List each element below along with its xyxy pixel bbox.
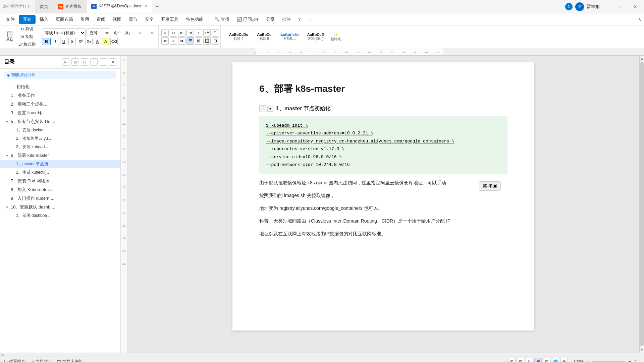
tab-add-btn[interactable]: +: [152, 0, 162, 13]
tab-close-btn[interactable]: ✕: [145, 4, 147, 8]
rewrite-check[interactable]: ☑ 改写检查: [4, 359, 25, 362]
pinyin-btn[interactable]: ≈: [146, 29, 157, 37]
sort-btn[interactable]: ↕A: [203, 29, 211, 37]
menu-security[interactable]: 安全: [142, 15, 157, 24]
superscript-btn[interactable]: X²: [77, 38, 84, 45]
toc-item-5-3[interactable]: 3、安装 kubead...: [0, 143, 120, 151]
font-size-decrease-btn[interactable]: A↓: [123, 29, 133, 37]
toc-item-5-1[interactable]: 1、安装 docker: [0, 126, 120, 134]
style-card-4[interactable]: AaBbCcDc 标题 4: [226, 32, 251, 42]
notification-badge[interactable]: 1: [565, 3, 573, 10]
align-right-btn[interactable]: ➡: [178, 37, 185, 45]
align-left-btn[interactable]: ⬅: [161, 37, 169, 45]
view-btn-3[interactable]: ✎: [526, 358, 533, 362]
horizontal-scrollbar[interactable]: [0, 353, 644, 357]
scroll-up-btn[interactable]: ▲: [640, 56, 644, 61]
list-btn[interactable]: ≡: [161, 29, 169, 37]
doc-area[interactable]: 6、部署 k8s-master 📄 ▾ 1、master 节点初始化 $ kub…: [127, 56, 639, 353]
border-btn[interactable]: ⊡: [212, 37, 219, 45]
toc-add-btn[interactable]: +: [90, 58, 98, 66]
menu-search[interactable]: 🔍 查找: [211, 15, 233, 24]
toc-item-10[interactable]: ▼ 10、安装默认 dashb ...: [0, 203, 120, 212]
smart-toc-btn[interactable]: ◈ 智能识别目录: [4, 71, 116, 79]
font-size-select[interactable]: 五号: [87, 28, 110, 37]
column-btn[interactable]: ⊞: [195, 37, 202, 45]
toc-collapse-btn[interactable]: ⊟: [81, 58, 88, 66]
tab-docx[interactable]: W K8S部署&DevOps.docx ✕: [87, 0, 152, 13]
menu-share[interactable]: 分享: [263, 15, 278, 24]
toc-item-9[interactable]: 9、入门操作 kubern ...: [0, 194, 120, 203]
font-more-btn[interactable]: ◇: [135, 29, 145, 37]
view-btn-2[interactable]: ⊟: [517, 358, 524, 362]
view-btn-5[interactable]: 🌐: [552, 358, 559, 362]
menu-sync[interactable]: 🔄 已同步▾: [233, 15, 262, 24]
style-card-5[interactable]: AaBbCc 标题 5: [253, 32, 276, 42]
maximize-btn[interactable]: □: [616, 2, 628, 11]
tab-home[interactable]: 首页: [35, 0, 53, 13]
menu-insert[interactable]: 插入: [36, 15, 52, 24]
toc-item-1[interactable]: 1、准备工作: [0, 91, 120, 100]
ime-popup[interactable]: 英·半▣: [479, 181, 501, 191]
toc-item-10-1[interactable]: 1、部署 dashboa ...: [0, 212, 120, 220]
toc-item-8[interactable]: 8、加入 Kubernetes ...: [0, 185, 120, 194]
zoom-slider[interactable]: [592, 361, 626, 362]
para-more-btn[interactable]: ¶: [212, 29, 219, 37]
shading-btn[interactable]: 🔲: [203, 37, 211, 45]
sidebar-close-btn[interactable]: ✕: [109, 58, 116, 66]
zoom-in-btn[interactable]: +: [628, 359, 632, 362]
view-btn-edit[interactable]: ▣: [534, 358, 542, 362]
toc-remove-btn[interactable]: −: [100, 58, 107, 66]
user-avatar[interactable]: 雷: [575, 2, 584, 11]
tab-wps-template[interactable]: W 稻壳模板: [53, 0, 87, 13]
hscroll-thumb[interactable]: [1, 354, 4, 356]
menu-chapter[interactable]: 章节: [125, 15, 141, 24]
toc-item-2[interactable]: 2、启动三个虚拟 ...: [0, 100, 120, 109]
menu-help[interactable]: ?: [295, 15, 304, 23]
scroll-down-btn[interactable]: ▼: [640, 347, 644, 353]
para-icon-btn[interactable]: 📄: [259, 105, 266, 112]
toc-checkbox-btn[interactable]: ☑: [62, 58, 69, 66]
code-block[interactable]: $ kubeadm init \ --apiserver-advertise-a…: [259, 116, 507, 174]
italic-btn[interactable]: I: [52, 38, 59, 45]
view-btn-1[interactable]: ⊞: [508, 358, 516, 362]
indent-dec-btn[interactable]: ⇤: [178, 29, 185, 37]
view-btn-6[interactable]: 👁: [560, 358, 568, 362]
align-justify-btn[interactable]: ☰: [186, 37, 194, 45]
indent-inc-btn[interactable]: ⇥: [186, 29, 194, 37]
vertical-scrollbar[interactable]: ▲ ▼: [639, 56, 644, 353]
menu-pagelayout[interactable]: 页面布局: [52, 15, 76, 24]
toc-item-5[interactable]: ▼ 5、所有节点安装 Do ...: [0, 117, 120, 126]
bold-btn[interactable]: B: [42, 38, 51, 45]
font-name-select[interactable]: 等线 Light (标题): [42, 28, 86, 37]
menu-reference[interactable]: 引用: [77, 15, 93, 24]
toc-item-3[interactable]: 3、设置 linux 环 ...: [0, 109, 120, 117]
clear-format-btn[interactable]: ⌫: [110, 38, 118, 45]
new-style-btn[interactable]: ✨ 新样式: [329, 32, 343, 42]
menu-view[interactable]: 视图: [109, 15, 125, 24]
menu-more[interactable]: ⋮: [305, 15, 316, 23]
toc-item-6-1[interactable]: 1、master 节点初 ...: [0, 160, 120, 168]
ribbon-collapse-btn[interactable]: ∧: [638, 17, 641, 22]
menu-features[interactable]: 特色功能: [182, 15, 207, 24]
subscript-btn[interactable]: X₂: [85, 38, 93, 45]
paste-btn[interactable]: 📋 粘贴: [4, 31, 15, 43]
minimize-btn[interactable]: ─: [602, 2, 614, 11]
format-painter-btn[interactable]: 🖌 格式刷: [16, 41, 38, 48]
toc-item-7[interactable]: 7、安装 Pod 网络插 ...: [0, 177, 120, 185]
strikethrough-btn[interactable]: S: [68, 38, 76, 45]
menu-comment[interactable]: 批注: [279, 15, 294, 24]
toc-item-6[interactable]: ▼ 6、部署 k8s-master: [0, 151, 120, 160]
para-dropdown-btn[interactable]: ▾: [267, 106, 273, 112]
menu-devtools[interactable]: 开发工具: [158, 15, 182, 24]
menu-start[interactable]: 开始: [19, 15, 36, 24]
scroll-thumb[interactable]: [640, 62, 644, 346]
style-card-html[interactable]: AaBbCcDc HTML...: [277, 32, 303, 42]
close-btn[interactable]: ✕: [629, 2, 641, 11]
protect-check[interactable]: 🛡 文档未保护: [57, 359, 83, 362]
menu-file[interactable]: 文件: [3, 15, 18, 24]
view-btn-4[interactable]: ⊟: [543, 358, 550, 362]
font-size-increase-btn[interactable]: A↑: [111, 29, 122, 37]
copy-btn[interactable]: ⧉ 复制: [16, 33, 38, 40]
toc-item-prev[interactable]: ← 初始化: [0, 82, 120, 91]
linespace-btn[interactable]: ↕: [195, 29, 202, 37]
